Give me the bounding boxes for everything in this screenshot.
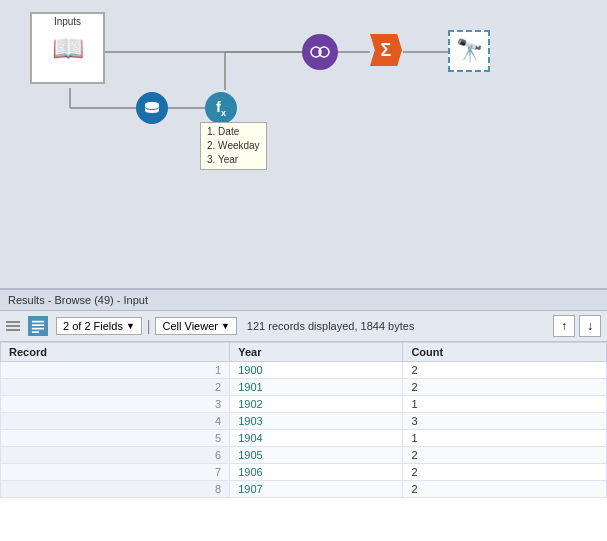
toolbar-separator: | (146, 318, 152, 334)
join-node[interactable] (302, 34, 338, 70)
table-row: 819072 (1, 481, 607, 498)
book-icon: 📖 (52, 33, 84, 64)
svg-rect-10 (32, 321, 44, 323)
cell-year: 1900 (230, 362, 403, 379)
cell-record: 8 (1, 481, 230, 498)
cell-count: 2 (403, 464, 607, 481)
inputs-label: Inputs (54, 16, 81, 27)
cell-count: 2 (403, 379, 607, 396)
table-row: 719062 (1, 464, 607, 481)
tooltip-line3: 3. Year (207, 153, 260, 167)
table-body: 1190022190123190214190335190416190527190… (1, 362, 607, 498)
cell-record: 2 (1, 379, 230, 396)
data-table: Record Year Count 1190022190123190214190… (0, 342, 607, 498)
svg-rect-13 (32, 331, 39, 333)
results-header: Results - Browse (49) - Input (0, 290, 607, 311)
cell-record: 5 (1, 430, 230, 447)
workflow-canvas: Inputs 📖 Σ 🔭 fx (0, 0, 607, 290)
cell-viewer-button[interactable]: Cell Viewer ▼ (155, 317, 236, 335)
cell-record: 4 (1, 413, 230, 430)
data-table-container[interactable]: Record Year Count 1190022190123190214190… (0, 342, 607, 541)
table-header-row: Record Year Count (1, 343, 607, 362)
db-input-node[interactable] (136, 92, 168, 124)
summarize-node[interactable]: Σ (370, 34, 402, 66)
browse-icon: 🔭 (448, 30, 490, 72)
cell-year: 1907 (230, 481, 403, 498)
results-panel: Results - Browse (49) - Input 2 of 2 Fie… (0, 290, 607, 541)
cell-viewer-label: Cell Viewer (162, 320, 217, 332)
col-header-count: Count (403, 343, 607, 362)
cell-viewer-chevron-down-icon: ▼ (221, 321, 230, 331)
cell-count: 1 (403, 396, 607, 413)
table-row: 619052 (1, 447, 607, 464)
cell-record: 1 (1, 362, 230, 379)
cell-year: 1905 (230, 447, 403, 464)
cell-count: 2 (403, 447, 607, 464)
fields-button[interactable]: 2 of 2 Fields ▼ (56, 317, 142, 335)
results-header-text: Results - Browse (49) - Input (8, 294, 148, 306)
down-arrow-icon: ↓ (587, 319, 593, 333)
results-icon (28, 316, 48, 336)
cell-year: 1904 (230, 430, 403, 447)
cell-count: 3 (403, 413, 607, 430)
cell-count: 1 (403, 430, 607, 447)
up-arrow-icon: ↑ (561, 319, 567, 333)
results-toolbar: 2 of 2 Fields ▼ | Cell Viewer ▼ 121 reco… (0, 311, 607, 342)
inputs-node[interactable]: Inputs 📖 (30, 12, 105, 84)
cell-record: 7 (1, 464, 230, 481)
cell-record: 6 (1, 447, 230, 464)
svg-rect-12 (32, 328, 44, 330)
formula-tooltip: 1. Date 2. Weekday 3. Year (200, 122, 267, 170)
cell-year: 1902 (230, 396, 403, 413)
browse-node[interactable]: 🔭 (448, 30, 490, 72)
col-header-record: Record (1, 343, 230, 362)
cell-count: 2 (403, 481, 607, 498)
table-row: 119002 (1, 362, 607, 379)
records-info: 121 records displayed, 1844 bytes (241, 320, 549, 332)
svg-rect-11 (32, 324, 44, 326)
table-row: 319021 (1, 396, 607, 413)
fields-label: 2 of 2 Fields (63, 320, 123, 332)
sigma-icon: Σ (370, 34, 402, 66)
cell-record: 3 (1, 396, 230, 413)
cell-count: 2 (403, 362, 607, 379)
scroll-up-button[interactable]: ↑ (553, 315, 575, 337)
scroll-down-button[interactable]: ↓ (579, 315, 601, 337)
tooltip-line2: 2. Weekday (207, 139, 260, 153)
cell-year: 1906 (230, 464, 403, 481)
table-row: 219012 (1, 379, 607, 396)
cell-year: 1901 (230, 379, 403, 396)
db-icon (136, 92, 168, 124)
col-header-year: Year (230, 343, 403, 362)
join-icon (302, 34, 338, 70)
fields-chevron-down-icon: ▼ (126, 321, 135, 331)
table-row: 519041 (1, 430, 607, 447)
tooltip-line1: 1. Date (207, 125, 260, 139)
formula-icon: fx (205, 92, 237, 124)
table-row: 419033 (1, 413, 607, 430)
cell-year: 1903 (230, 413, 403, 430)
formula-node[interactable]: fx (205, 92, 237, 124)
toolbar-stripes-icon (6, 321, 20, 331)
